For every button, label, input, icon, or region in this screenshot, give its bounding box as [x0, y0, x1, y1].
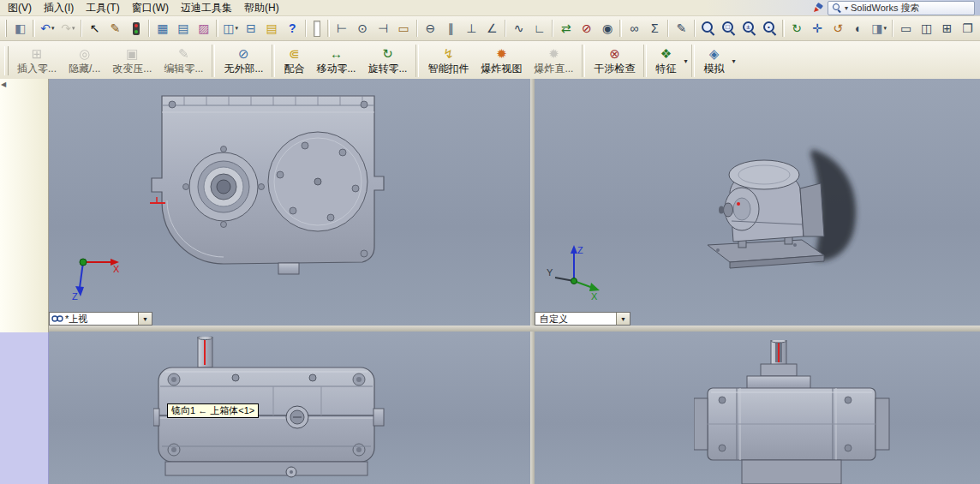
features-icon: ❖	[660, 46, 672, 61]
rotate-view-icon[interactable]: ↺	[828, 18, 848, 39]
dropdown-caret-icon[interactable]: ▾	[72, 25, 75, 32]
design-table-icon[interactable]: ▦	[152, 18, 172, 39]
corner-icon[interactable]: ∟	[529, 18, 549, 39]
task-pane-icon[interactable]: ⊟	[242, 18, 261, 39]
toolbar-separator	[272, 45, 275, 77]
features-button[interactable]: ❖特征	[649, 41, 682, 81]
viewport-four-icon[interactable]: ⊞	[937, 18, 957, 39]
change-suppression-button[interactable]: ▣改变压...	[106, 41, 158, 81]
menu-item-2[interactable]: 插入(I)	[38, 0, 80, 16]
select-cursor-icon[interactable]: ↖	[85, 18, 105, 39]
dropdown-caret-icon[interactable]: ▾	[682, 57, 689, 65]
view-orientation-combo[interactable]: 自定义 ▼	[535, 312, 630, 326]
camera-icon[interactable]: ◉	[597, 18, 617, 39]
redo-icon[interactable]: ↷▾	[58, 18, 78, 39]
compare-icon[interactable]: ⇄	[556, 18, 576, 39]
parallel-icon[interactable]: ∥	[441, 18, 461, 39]
search-placeholder: SolidWorks 搜索	[851, 2, 919, 15]
feature-panel-collapsed[interactable]: ◀	[0, 79, 49, 332]
viewport-front-view[interactable]: 镜向1 ← 上箱体<1>	[49, 332, 530, 484]
explode-line-sketch-button[interactable]: ✹爆炸直...	[528, 41, 579, 81]
smart-dimension-icon[interactable]: ⊙	[353, 18, 373, 39]
loop-icon[interactable]: ∞	[624, 18, 644, 39]
perpendicular-icon[interactable]: ⊥	[462, 18, 481, 39]
view-orientation-combo[interactable]: *上视 ▼	[49, 312, 152, 326]
toolbar-grip[interactable]	[5, 20, 7, 37]
annotation-pen-icon[interactable]: ✎	[105, 18, 125, 39]
toolbar-separator	[327, 20, 329, 37]
viewport-top-view[interactable]: X Z *上视 ▼	[49, 79, 530, 326]
section-icon[interactable]: ⊖	[421, 18, 440, 39]
link-views-icon[interactable]: ❐	[958, 18, 977, 39]
menu-item-4[interactable]: 窗口(W)	[126, 0, 175, 16]
menu-item-5[interactable]: 迈迪工具集	[175, 0, 238, 16]
help-icon[interactable]: ?	[283, 18, 302, 39]
undo-icon[interactable]: ↶▾	[38, 18, 57, 39]
triad-z-label: Z	[577, 245, 583, 255]
hide-show-components-icon: ◎	[79, 46, 90, 61]
insert-table-icon[interactable]: ▤	[173, 18, 193, 39]
mate-button[interactable]: ⋐配合	[278, 41, 310, 81]
solidworks-search-box[interactable]: ▾ SolidWorks 搜索	[828, 1, 975, 15]
palette-icon[interactable]: ▨	[194, 18, 213, 39]
view-orientation-icon	[51, 314, 63, 323]
angle-dim-icon[interactable]: ∠	[482, 18, 502, 39]
interference-detection-label: 干涉检查	[594, 62, 635, 76]
viewport-single-icon[interactable]: ▭	[896, 18, 916, 39]
coordinate-triad: X Z	[71, 248, 124, 302]
property-panel-collapsed[interactable]	[0, 332, 49, 484]
menu-item-1[interactable]: 图(V)	[2, 0, 38, 16]
curvature-icon[interactable]: ∿	[509, 18, 529, 39]
toolbar-separator	[552, 20, 553, 37]
ruler-icon[interactable]: ▭	[394, 18, 414, 39]
view-orientation-dropdown-button[interactable]: ▼	[138, 313, 152, 325]
dropdown-caret-icon[interactable]: ▾	[884, 25, 887, 32]
insert-component-button[interactable]: ⊞插入零...	[11, 41, 63, 81]
no-external-references-button[interactable]: ⊘无外部...	[218, 41, 269, 81]
dropdown-caret-icon[interactable]: ▾	[236, 25, 239, 32]
zoom-fit-icon[interactable]	[698, 18, 718, 39]
zoom-selection-icon[interactable]: •	[760, 18, 780, 39]
zoom-in-out-icon[interactable]: ±	[739, 18, 759, 39]
move-component-button[interactable]: ↔移动零...	[310, 41, 362, 81]
sketch-edit-icon[interactable]: ✎	[672, 18, 691, 39]
viewport-isometric-view[interactable]: Z Y X 自定义 ▼	[535, 79, 980, 326]
hide-show-components-button[interactable]: ◎隐藏/...	[63, 41, 106, 81]
dropdown-caret-icon[interactable]: ▾	[730, 57, 737, 65]
horizontal-splitter[interactable]	[49, 326, 980, 332]
left-panel: ◀	[0, 79, 49, 484]
display-style-icon[interactable]: ◐	[849, 18, 869, 39]
stoplight-icon[interactable]	[126, 18, 146, 39]
search-dropdown-caret[interactable]: ▾	[845, 4, 848, 12]
hide-types-icon[interactable]: ⊘	[577, 18, 596, 39]
edit-component-button[interactable]: ✎编辑零...	[158, 41, 209, 81]
viewport-two-icon[interactable]: ◫	[917, 18, 936, 39]
dim-horizontal-icon[interactable]: ⊢	[332, 18, 352, 39]
panel-collapse-arrow-icon[interactable]: ◀	[1, 81, 6, 88]
dim-vertical-icon[interactable]: ⊣	[373, 18, 393, 39]
pan-icon[interactable]: ✛	[808, 18, 828, 39]
toolbar-grip[interactable]	[4, 46, 9, 75]
menu-item-3[interactable]: 工具(T)	[80, 0, 125, 16]
exploded-view-button[interactable]: ✹爆炸视图	[475, 41, 528, 81]
refresh-icon[interactable]: ↻	[787, 18, 807, 39]
rotate-component-button[interactable]: ↻旋转零...	[362, 41, 413, 81]
toolbar-separator	[691, 45, 695, 77]
view-settings-icon[interactable]: ◨▾	[869, 18, 889, 39]
dropdown-caret-icon[interactable]: ▾	[51, 25, 55, 32]
search-area: ▾ SolidWorks 搜索	[812, 1, 980, 15]
smart-fasteners-button[interactable]: ↯智能扣件	[421, 41, 475, 81]
toolbar-separator	[782, 20, 784, 37]
interference-detection-button[interactable]: ⊗干涉检查	[588, 41, 641, 81]
search-pencil-icon[interactable]	[812, 2, 824, 14]
note-icon[interactable]: ▤	[262, 18, 282, 39]
split-pane-icon[interactable]: ◫▾	[221, 18, 241, 39]
simulation-button[interactable]: ◈模拟	[697, 41, 730, 81]
zoom-area-icon[interactable]: □	[719, 18, 738, 39]
view-orientation-dropdown-button[interactable]: ▼	[616, 313, 630, 325]
appearance-swatch-icon[interactable]: ◧	[10, 18, 30, 39]
toolbar-separator	[81, 20, 82, 37]
equations-icon[interactable]: Σ	[645, 18, 665, 39]
viewport-side-view[interactable]	[535, 332, 980, 484]
menu-item-6[interactable]: 帮助(H)	[238, 0, 285, 16]
